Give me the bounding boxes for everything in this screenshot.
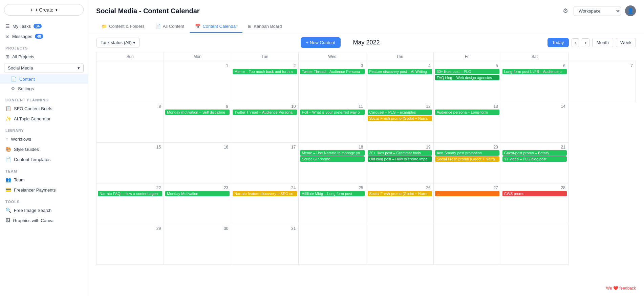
calendar-event[interactable]: Poll – What is your preferred way o xyxy=(300,110,364,115)
calendar-cell[interactable]: 20Ann Smarty post promotionSocial Fresh … xyxy=(433,143,501,183)
calendar-event[interactable]: Twitter Thread – Audience Persona xyxy=(300,69,364,74)
calendar-cell[interactable] xyxy=(299,224,366,265)
calendar-event[interactable]: Monday Motivation xyxy=(165,191,230,196)
month-view-button[interactable]: Month xyxy=(592,38,613,47)
new-content-button[interactable]: + New Content xyxy=(301,37,341,48)
calendar-cell[interactable]: 1930+ likes post – Grammar toolsOld blog… xyxy=(366,143,433,183)
calendar-cell[interactable]: 12Carousel – PLG – examplesSocial Fresh … xyxy=(366,102,433,143)
settings-button[interactable]: ⚙ xyxy=(561,6,570,16)
calendar-cell[interactable] xyxy=(96,61,164,102)
calendar-event[interactable]: Scribe GP promo xyxy=(300,156,364,162)
project-select[interactable]: Social Media ▾ xyxy=(4,63,84,73)
sidebar-item-workflows[interactable]: ≡ Workflows xyxy=(0,134,88,144)
calendar-cell[interactable]: 18Meme – Use Narrato to manage yoScribe … xyxy=(299,143,366,183)
calendar-cell[interactable]: 14 xyxy=(501,102,568,143)
calendar-event[interactable]: Audience persona – Long-form xyxy=(435,110,499,115)
calendar-cell[interactable]: 6Long-form post LI/FB – Audience p xyxy=(501,61,568,102)
sidebar-item-team[interactable]: 👥 Team xyxy=(0,175,88,185)
calendar-cell[interactable]: 17 xyxy=(231,143,299,183)
tab-kanban-board[interactable]: ⊞ Kanban Board xyxy=(242,20,287,33)
new-content-label: + New Content xyxy=(306,40,335,45)
calendar-cell[interactable]: 15 xyxy=(96,143,164,183)
calendar-event[interactable]: Long-form post LI/FB – Audience p xyxy=(502,69,567,74)
calendar-cell[interactable]: 24Narrato feature discovery – SEO co xyxy=(231,183,299,224)
calendar-cell[interactable]: 25Affiliate Mktg – Long form post xyxy=(299,183,366,224)
calendar-cell[interactable]: 2Meme – Too much back and forth a xyxy=(231,61,299,102)
sidebar-item-ai-topic-generator[interactable]: ✨ AI Topic Generator xyxy=(0,114,88,124)
sidebar-item-all-projects[interactable]: ⊞ All Projects xyxy=(0,52,88,62)
calendar-event[interactable]: Social Fresh promo (Godot + Narra xyxy=(435,156,499,162)
calendar-cell[interactable]: 31 xyxy=(231,224,299,265)
calendar-week-2: 15161718Meme – Use Narrato to manage yoS… xyxy=(96,143,636,183)
calendar-cell[interactable]: 23Monday Motivation xyxy=(164,183,231,224)
sidebar-item-free-image-search[interactable]: 🔍 Free Image Search xyxy=(0,205,88,215)
calendar-event[interactable]: Carousel – PLG – examples xyxy=(368,110,432,115)
calendar-event[interactable]: CWS promo xyxy=(502,191,567,196)
calendar-cell[interactable]: 4Feature discovery post – AI Writing xyxy=(366,61,433,102)
calendar-event[interactable]: Twitter Thread – Audience Persona xyxy=(233,110,297,115)
calendar-cell[interactable]: 16 xyxy=(164,143,231,183)
calendar-cell[interactable] xyxy=(433,224,501,265)
calendar-event[interactable]: ... xyxy=(435,191,499,196)
calendar-cell[interactable]: 8 xyxy=(96,102,164,143)
calendar-cell[interactable]: 29 xyxy=(96,224,164,265)
task-status-filter[interactable]: Task status (All) ▾ xyxy=(96,38,140,47)
calendar-event[interactable]: Meme – Use Narrato to manage yo xyxy=(300,150,364,156)
calendar-cell[interactable] xyxy=(501,224,568,265)
calendar-event[interactable]: Affiliate Mktg – Long form post xyxy=(300,191,364,196)
calendar-cell[interactable]: 10Twitter Thread – Audience Persona xyxy=(231,102,299,143)
avatar-button[interactable]: 👤 xyxy=(625,5,636,16)
calendar-event[interactable]: Old blog post – How to create impa xyxy=(368,156,432,162)
sidebar-item-seo-content-briefs[interactable]: 📋 SEO Content Briefs xyxy=(0,103,88,114)
sidebar-item-settings[interactable]: ⚙ Settings xyxy=(0,84,88,93)
calendar-event[interactable]: 30+ likes post – Grammar tools xyxy=(368,150,432,156)
day-number: 26 xyxy=(368,185,432,191)
calendar-event[interactable]: Monday motivation – Self discipline xyxy=(165,110,230,115)
calendar-cell[interactable]: 22Narrato FAQ – How a content agen xyxy=(96,183,164,224)
sidebar-item-graphics-canva[interactable]: 🖼 Graphics with Canva xyxy=(0,215,88,225)
calendar-event[interactable]: YT video – PLG blog post xyxy=(502,156,567,162)
tab-content-folders[interactable]: 📁 Content & Folders xyxy=(96,20,150,33)
calendar-cell[interactable]: 7 xyxy=(568,61,636,102)
calendar-event[interactable]: 30+ likes post – PLG xyxy=(435,69,499,74)
next-month-button[interactable]: › xyxy=(582,38,589,47)
tab-content-calendar[interactable]: 📅 Content Calendar xyxy=(190,20,242,33)
calendar-cell[interactable]: 530+ likes post – PLGFAQ blog – Web desi… xyxy=(433,61,501,102)
calendar-cell[interactable]: 26Social Fresh promo (Godot + Narra xyxy=(366,183,433,224)
calendar-event[interactable]: FAQ blog – Web design agencies xyxy=(435,75,499,80)
calendar-cell[interactable]: 3Twitter Thread – Audience Persona xyxy=(299,61,366,102)
calendar-toolbar: Task status (All) ▾ + New Content May 20… xyxy=(88,33,644,52)
sidebar-item-style-guides[interactable]: 🎨 Style Guides xyxy=(0,144,88,154)
calendar-cell[interactable]: 9Monday motivation – Self discipline xyxy=(164,102,231,143)
create-button[interactable]: + + Create ▾ xyxy=(4,4,84,16)
calendar-cell[interactable]: 1 xyxy=(164,61,231,102)
calendar-cell[interactable]: 21Guest-post promo – BotsifyYT video – P… xyxy=(501,143,568,183)
calendar-event[interactable]: Ann Smarty post promotion xyxy=(435,150,499,156)
workspace-select[interactable]: Workspace xyxy=(574,6,621,16)
sidebar-item-freelancer-payments[interactable]: 💳 Freelancer Payments xyxy=(0,185,88,195)
content-label: Content xyxy=(19,77,35,82)
calendar-event[interactable]: Narrato FAQ – How a content agen xyxy=(98,191,162,196)
calendar-event[interactable]: Narrato feature discovery – SEO co xyxy=(233,191,297,196)
sidebar-item-content-templates[interactable]: 📄 Content Templates xyxy=(0,154,88,164)
calendar-event[interactable]: Social Fresh promo (Godot + Narra xyxy=(368,116,432,121)
calendar-event[interactable]: Feature discovery post – AI Writing xyxy=(368,69,432,74)
today-button[interactable]: Today xyxy=(548,38,569,47)
tab-all-content[interactable]: 📄 All Content xyxy=(150,20,190,33)
calendar-cell[interactable]: 27... xyxy=(433,183,501,224)
prev-month-button[interactable]: ‹ xyxy=(572,38,579,47)
sidebar-item-my-tasks[interactable]: ☰ My Tasks 34 xyxy=(0,21,88,31)
calendar-event[interactable]: Guest-post promo – Botsify xyxy=(502,150,567,156)
calendar-event[interactable]: Meme – Too much back and forth a xyxy=(233,69,297,74)
sidebar-item-content[interactable]: 📄 Content xyxy=(0,74,88,84)
week-view-button[interactable]: Week xyxy=(616,38,636,47)
calendar-cell[interactable]: 13Audience persona – Long-form xyxy=(433,102,501,143)
sidebar-item-messages[interactable]: ✉ Messages 48 xyxy=(0,31,88,41)
calendar-cell[interactable]: 28CWS promo xyxy=(501,183,568,224)
calendar-cell[interactable]: 11Poll – What is your preferred way o xyxy=(299,102,366,143)
calendar-event[interactable]: Social Fresh promo (Godot + Narra xyxy=(368,191,432,196)
calendar-cell[interactable]: 30 xyxy=(164,224,231,265)
seo-icon: 📋 xyxy=(5,106,11,111)
calendar-cell[interactable] xyxy=(366,224,433,265)
month-title: May 2022 xyxy=(346,39,387,46)
